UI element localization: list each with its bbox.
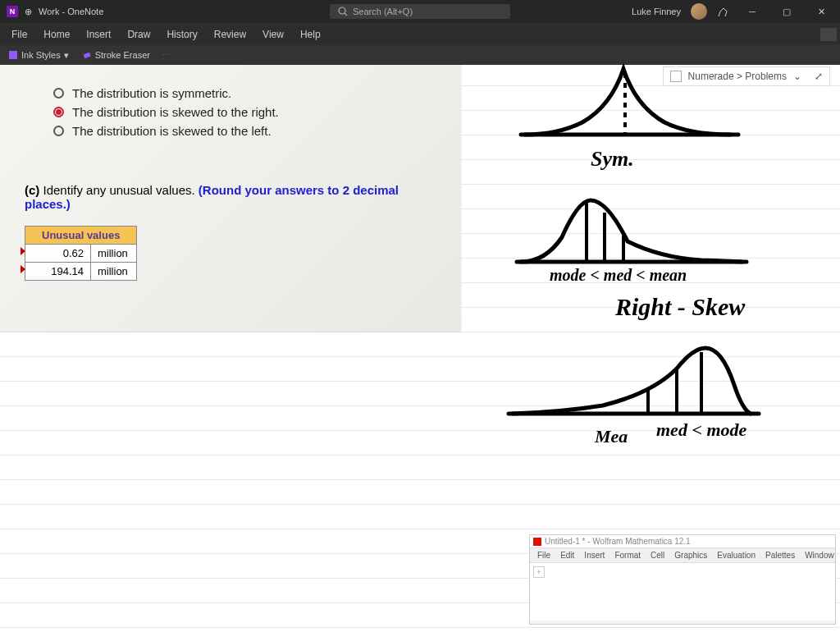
titlebar: N ⊕ Work - OneNote Search (Alt+Q) Luke F… [0,0,840,23]
svg-rect-2 [9,51,17,59]
wolfram-notebook-body[interactable]: + [530,563,835,621]
option-left-skew: The distribution is skewed to the left. [53,124,436,138]
wolfram-title-text: Untitled-1 * - Wolfram Mathematica 12.1 [545,537,691,546]
search-icon [338,7,348,16]
wolfram-menu-evaluation[interactable]: Evaluation [713,550,760,561]
wolfram-menu-edit[interactable]: Edit [556,550,578,561]
part-c-text: Identify any unusual values. [43,183,195,197]
option-symmetric: The distribution is symmetric. [53,86,436,100]
cell-unit: million [91,263,137,281]
svg-line-1 [345,13,347,16]
wolfram-titlebar[interactable]: Untitled-1 * - Wolfram Mathematica 12.1 [530,535,835,548]
menu-insert[interactable]: Insert [78,25,119,44]
wolfram-menu-file[interactable]: File [533,550,555,561]
draw-mode-icon[interactable] [717,5,730,18]
wolfram-menu-palettes[interactable]: Palettes [761,550,799,561]
option-symmetric-text: The distribution is symmetric. [72,86,231,100]
table-row: 0.62 million [25,245,137,263]
option-right-skew-text: The distribution is skewed to the right. [72,105,279,119]
minimize-button[interactable]: ─ [740,7,765,16]
ink-label-med-mode: med < mode [656,419,746,441]
radio-selected-icon [53,107,64,117]
ink-label-sym: Sym. [591,147,634,172]
ink-label-mean2: Mea [595,426,628,447]
stroke-eraser-button[interactable]: Stroke Eraser [77,48,155,62]
part-c-prompt: (c) Identify any unusual values. (Round … [25,183,436,211]
radio-unselected-icon [53,126,64,136]
eraser-icon [82,50,92,60]
menu-file[interactable]: File [3,25,35,44]
cell-unit: million [91,245,137,263]
menu-history[interactable]: History [158,25,205,44]
close-button[interactable]: ✕ [809,7,833,17]
stroke-eraser-label: Stroke Eraser [95,50,150,60]
window-title: Work - OneNote [39,7,103,16]
table-header: Unusual values [25,227,137,245]
menu-help[interactable]: Help [292,25,329,44]
menubar: File Home Insert Draw History Review Vie… [0,23,840,45]
menu-review[interactable]: Review [206,25,254,44]
embedded-question-image: The distribution is symmetric. The distr… [0,65,461,332]
note-canvas[interactable]: The distribution is symmetric. The distr… [0,65,840,632]
search-placeholder: Search (Alt+Q) [353,7,413,16]
option-right-skew: The distribution is skewed to the right. [53,105,436,119]
search-box[interactable]: Search (Alt+Q) [330,4,510,19]
toolbar-overflow[interactable]: ⋯ [158,50,174,61]
cell-marker-icon [21,265,25,273]
menu-home[interactable]: Home [35,25,78,44]
wolfram-new-cell-button[interactable]: + [533,566,545,578]
chevron-down-icon: ⌄ [793,71,801,82]
wolfram-menu-graphics[interactable]: Graphics [670,550,711,561]
wolfram-menubar: File Edit Insert Format Cell Graphics Ev… [530,548,835,563]
expand-icon[interactable]: ⤢ [815,71,823,82]
wolfram-menu-cell[interactable]: Cell [646,550,669,561]
part-c-label: (c) [25,183,39,197]
cell-value: 0.62 [63,247,84,259]
svg-point-0 [339,7,345,14]
unusual-values-table: Unusual values 0.62 million 194.14 milli… [25,226,137,281]
menu-draw[interactable]: Draw [119,25,158,44]
table-row: 194.14 million [25,263,137,281]
ink-styles-button[interactable]: Ink Styles ▾ [3,48,74,62]
cell-value: 194.14 [51,265,84,277]
radio-unselected-icon [53,88,64,98]
ink-styles-icon [8,50,18,60]
wolfram-menu-format[interactable]: Format [610,550,645,561]
ink-label-mode-med-mean: mode < med < mean [550,266,687,285]
svg-rect-3 [83,53,90,58]
wolfram-window[interactable]: Untitled-1 * - Wolfram Mathematica 12.1 … [529,534,836,625]
avatar[interactable] [691,3,707,20]
wolfram-logo-icon [533,538,541,546]
wolfram-menu-insert[interactable]: Insert [580,550,609,561]
ink-label-right-skew: Right - Skew [615,293,745,321]
wolfram-menu-window[interactable]: Window [801,550,838,561]
option-left-skew-text: The distribution is skewed to the left. [72,124,272,138]
ribbon-toggle[interactable] [820,28,837,41]
cell-marker-icon [21,247,25,255]
onenote-app-icon[interactable]: N [7,6,18,17]
user-name[interactable]: Luke Finney [632,7,681,16]
ink-styles-label: Ink Styles [21,50,61,60]
maximize-button[interactable]: ▢ [774,7,799,17]
menu-view[interactable]: View [254,25,292,44]
back-button[interactable]: ⊕ [25,7,32,17]
chevron-down-icon: ▾ [64,50,69,61]
